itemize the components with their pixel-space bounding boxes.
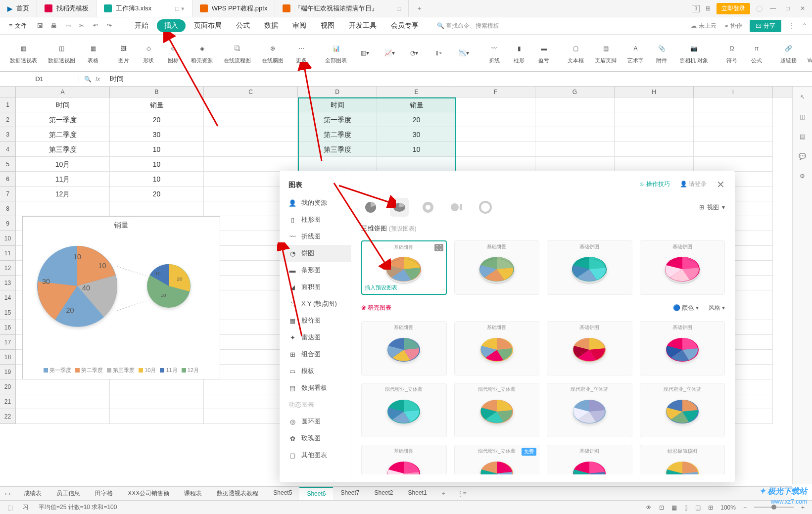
row-header[interactable]: 22	[0, 409, 16, 424]
cell[interactable]	[535, 142, 615, 157]
cut-icon[interactable]: ✂	[77, 21, 86, 30]
ribbon-chart2[interactable]: 📈▾	[378, 45, 401, 61]
cell[interactable]	[110, 201, 204, 216]
ribbon-pivot-chart[interactable]: ◫数据透视图	[43, 40, 80, 66]
docer-thumb[interactable]: 现代密业_立体蓝	[640, 383, 725, 437]
sheet-tab[interactable]: Sheet5	[266, 487, 299, 500]
sidebar-donut[interactable]: ◎圆环图	[280, 413, 351, 430]
more-icon[interactable]: ⋮	[789, 22, 795, 29]
cell[interactable]: 时间	[298, 97, 377, 112]
col-header-B[interactable]: B	[110, 87, 204, 97]
cell[interactable]	[615, 157, 694, 172]
ribbon-pivot-table[interactable]: ▦数据透视表	[5, 40, 42, 66]
cell[interactable]	[535, 97, 615, 112]
color-filter[interactable]: 🔵 颜色 ▾	[673, 304, 699, 312]
docer-thumb[interactable]: 基础饼图	[454, 321, 540, 375]
cell[interactable]: 10	[110, 172, 204, 187]
cell[interactable]	[694, 97, 773, 112]
row-header[interactable]: 7	[0, 187, 16, 201]
sidebar-template[interactable]: ▭模板	[280, 363, 351, 379]
view-normal-icon[interactable]: ▯	[684, 504, 688, 511]
cell[interactable]: 10	[377, 142, 456, 157]
sheet-list-button[interactable]: ⋮≡	[452, 490, 472, 497]
ribbon-shape[interactable]: ◇形状	[137, 40, 160, 66]
docer-thumb[interactable]: 基础饼图	[361, 445, 447, 474]
apps-icon[interactable]: ⊞	[706, 5, 711, 12]
cell[interactable]	[16, 201, 110, 216]
cell[interactable]	[694, 142, 773, 157]
cell[interactable]: 30	[110, 127, 204, 142]
embedded-chart[interactable]: 销量 10 30 40 20 10 10 20 10	[22, 216, 220, 379]
view-icon3[interactable]: ▦	[671, 504, 677, 511]
row-header[interactable]: 8	[0, 201, 16, 216]
rs-style-icon[interactable]: ◫	[797, 111, 808, 122]
sidebar-radar[interactable]: ✦雷达图	[280, 329, 351, 346]
sheet-tab[interactable]: Sheet1	[401, 487, 434, 500]
cell[interactable]: 第二季度	[298, 127, 377, 142]
avatar-icon[interactable]: ◯	[756, 5, 763, 12]
col-header-A[interactable]: A	[16, 87, 110, 97]
cell[interactable]: 11月	[16, 172, 110, 187]
tips-link[interactable]: ⊙ 操作技巧	[639, 180, 669, 188]
ribbon-attach[interactable]: 📎附件	[650, 40, 673, 66]
docer-thumb[interactable]: 基础饼图	[640, 321, 725, 375]
ribbon-sparkline-winloss[interactable]: ▬盈亏	[532, 40, 556, 66]
fx-label[interactable]: fx	[96, 76, 100, 83]
cell[interactable]	[298, 157, 377, 172]
row-header[interactable]: 14	[0, 290, 16, 305]
cell[interactable]	[204, 157, 298, 172]
col-header-E[interactable]: E	[377, 87, 456, 97]
tab-ppt2[interactable]: 『端午狂欢祝福浓情满节日』□	[275, 0, 409, 17]
row-header[interactable]: 9	[0, 216, 16, 231]
file-menu[interactable]: ≡文件	[5, 22, 31, 30]
rs-select-icon[interactable]: ↖	[797, 92, 808, 102]
tab-home[interactable]: ▶首页	[0, 0, 37, 17]
menu-member[interactable]: 会员专享	[385, 19, 425, 33]
cell[interactable]: 第一季度	[16, 112, 110, 127]
row-header[interactable]: 1	[0, 97, 16, 112]
preset-thumb[interactable]: 基础饼图	[547, 240, 632, 295]
sheet-tab[interactable]: Sheet2	[367, 487, 400, 500]
cell[interactable]	[535, 112, 615, 127]
cell[interactable]	[204, 97, 298, 112]
sidebar-dashboard[interactable]: ▤数据看板	[280, 379, 351, 396]
ribbon-camera[interactable]: 📷照相机 对象	[674, 40, 713, 66]
preset-thumb[interactable]: 基础饼图插入预设图表⛶	[361, 240, 447, 295]
login-button[interactable]: 立即登录	[716, 3, 750, 14]
badge-icon[interactable]: 3	[692, 5, 700, 12]
cell[interactable]	[110, 394, 204, 409]
row-header[interactable]: 20	[0, 379, 16, 394]
preset-thumb[interactable]: 基础饼图	[640, 240, 725, 295]
ribbon-mindmap[interactable]: ⊛在线脑图	[257, 40, 288, 66]
rs-settings-icon[interactable]: ⚙	[797, 171, 808, 182]
ribbon-table[interactable]: ▦表格	[81, 40, 105, 66]
docer-thumb[interactable]: 基础饼图	[361, 321, 447, 375]
ribbon-header[interactable]: ▤页眉页脚	[590, 40, 621, 66]
col-header-G[interactable]: G	[535, 87, 615, 97]
ribbon-icon[interactable]: ☺图标	[161, 40, 185, 66]
cell[interactable]	[694, 112, 773, 127]
cell[interactable]: 10	[110, 157, 204, 172]
cell[interactable]: 第三季度	[16, 142, 110, 157]
row-header[interactable]: 17	[0, 335, 16, 350]
cell[interactable]	[456, 157, 535, 172]
sheet-tab[interactable]: 课程表	[177, 487, 209, 500]
rs-chat-icon[interactable]: 💬	[797, 151, 808, 162]
cell[interactable]	[615, 142, 694, 157]
view-icon2[interactable]: ⊡	[659, 504, 664, 511]
cell[interactable]	[16, 394, 110, 409]
preview-icon[interactable]: ▭	[63, 21, 72, 30]
sidebar-stock[interactable]: ▦股价图	[280, 312, 351, 329]
row-header[interactable]: 10	[0, 231, 16, 246]
cell[interactable]	[615, 127, 694, 142]
sidebar-area[interactable]: ◢面积图	[280, 279, 351, 295]
menu-formula[interactable]: 公式	[230, 19, 256, 33]
ribbon-chart5[interactable]: 📉▾	[452, 45, 476, 61]
cell[interactable]	[16, 409, 110, 424]
menu-layout[interactable]: 页面布局	[188, 19, 228, 33]
ribbon-hyperlink[interactable]: 🔗超链接	[775, 40, 802, 66]
ribbon-docer[interactable]: ◈稻壳资源	[186, 40, 218, 66]
sheet-tab[interactable]: 田字格	[88, 487, 120, 500]
col-header-H[interactable]: H	[615, 87, 694, 97]
cell-reference[interactable]: D1	[0, 75, 79, 83]
